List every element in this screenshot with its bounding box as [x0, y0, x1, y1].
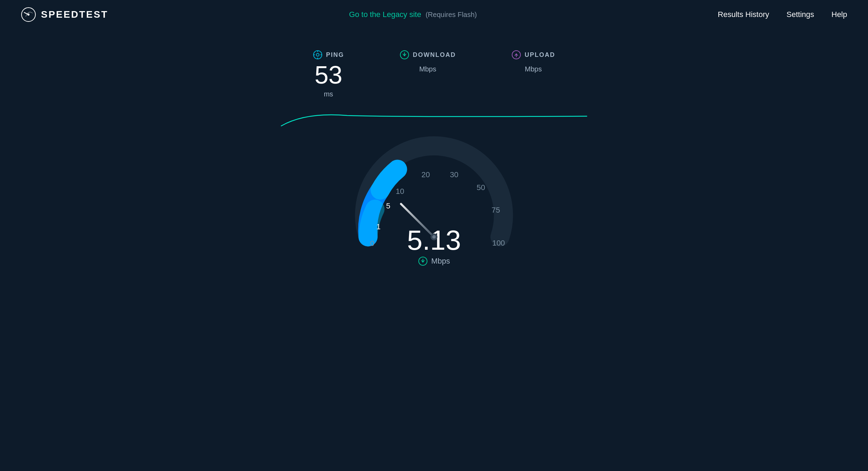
- progress-line-container: [278, 109, 590, 129]
- current-download-icon: [418, 256, 428, 266]
- download-unit: Mbps: [419, 65, 436, 73]
- download-icon: [400, 50, 409, 60]
- download-stat: DOWNLOAD Mbps: [400, 50, 456, 73]
- svg-text:75: 75: [492, 206, 500, 214]
- ping-icon: [313, 50, 323, 60]
- gauge-wrapper: 0 1 5 10 20 30 50 75 100: [347, 136, 521, 247]
- legacy-site-link[interactable]: Go to the Legacy site: [349, 10, 421, 19]
- ping-label-text: PING: [326, 51, 344, 59]
- main-content: PING 53 ms DOWNLOAD Mbps: [0, 29, 868, 282]
- current-speed-unit: Mbps: [431, 257, 450, 266]
- upload-icon: [511, 50, 521, 60]
- stats-row: PING 53 ms DOWNLOAD Mbps: [313, 50, 555, 98]
- svg-text:20: 20: [422, 170, 430, 179]
- speedtest-logo-icon: [21, 7, 36, 22]
- download-label: DOWNLOAD: [400, 50, 456, 60]
- svg-point-23: [432, 235, 436, 239]
- ping-value: 53: [315, 62, 342, 87]
- header-center: Go to the Legacy site (Requires Flash): [349, 10, 477, 19]
- settings-link[interactable]: Settings: [786, 10, 814, 19]
- current-unit-row: Mbps: [418, 256, 450, 266]
- upload-stat: UPLOAD Mbps: [511, 50, 555, 73]
- requires-flash-text: (Requires Flash): [426, 11, 477, 18]
- svg-point-3: [316, 53, 319, 56]
- logo-area: SPEEDTEST: [21, 7, 108, 22]
- progress-line-svg: [278, 109, 590, 129]
- upload-unit: Mbps: [525, 65, 542, 73]
- svg-text:10: 10: [396, 187, 404, 196]
- svg-text:1: 1: [376, 222, 381, 231]
- gauge-svg: 0 1 5 10 20 30 50 75 100: [347, 136, 521, 254]
- ping-stat: PING 53 ms: [313, 50, 344, 98]
- ping-label: PING: [313, 50, 344, 60]
- svg-text:50: 50: [477, 183, 485, 192]
- download-label-text: DOWNLOAD: [413, 51, 456, 59]
- results-history-link[interactable]: Results History: [718, 10, 769, 19]
- svg-text:0: 0: [370, 239, 374, 248]
- ping-unit: ms: [324, 90, 333, 98]
- speedometer-container: 0 1 5 10 20 30 50 75 100: [347, 136, 521, 282]
- svg-text:100: 100: [492, 239, 505, 247]
- upload-label: UPLOAD: [511, 50, 555, 60]
- header-nav: Results History Settings Help: [718, 10, 847, 19]
- logo-text: SPEEDTEST: [41, 9, 108, 20]
- svg-text:5: 5: [386, 202, 390, 210]
- svg-line-21: [401, 204, 434, 237]
- upload-label-text: UPLOAD: [525, 51, 555, 59]
- svg-point-1: [27, 14, 30, 16]
- svg-text:30: 30: [450, 170, 458, 179]
- help-link[interactable]: Help: [832, 10, 847, 19]
